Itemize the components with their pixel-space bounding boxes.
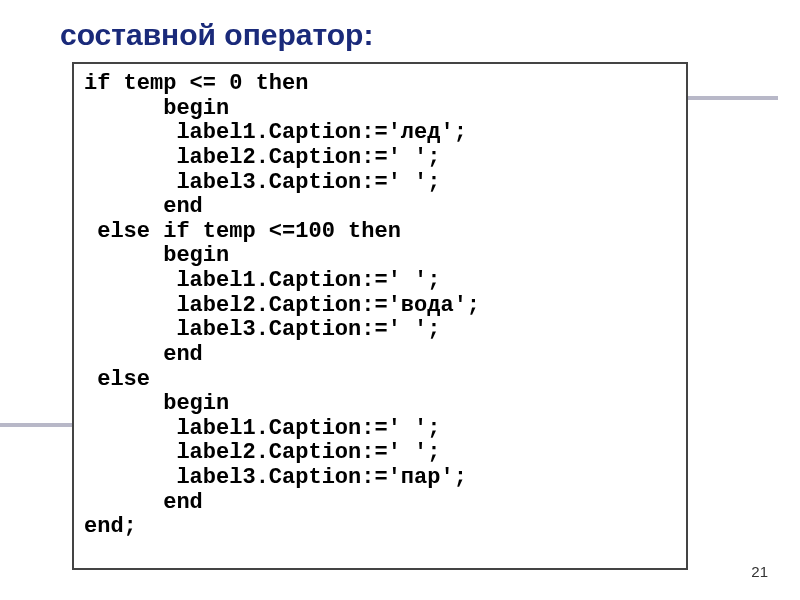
slide: составной оператор: if temp <= 0 then be… [0,0,800,600]
page-number: 21 [751,563,768,580]
code-box: if temp <= 0 then begin label1.Caption:=… [72,62,688,570]
slide-title: составной оператор: [60,18,373,52]
decor-line-left [0,423,72,427]
code-block: if temp <= 0 then begin label1.Caption:=… [84,72,676,540]
